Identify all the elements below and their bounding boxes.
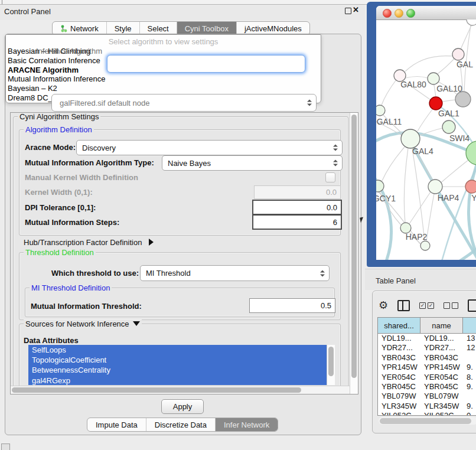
unchecked-pair-icon[interactable] [444, 302, 458, 309]
which-threshold-combo[interactable]: MI Threshold [140, 265, 330, 281]
manual-kernel-checkbox[interactable] [325, 172, 335, 182]
table-row[interactable]: YLR345WYLR345W9. [378, 402, 476, 411]
which-threshold-value: MI Threshold [146, 269, 191, 278]
screen: Control Panel ✕ NetworkStyleSelectCyni T… [0, 0, 476, 450]
combo-stepper-icon [333, 160, 337, 167]
dropdown-item[interactable]: Mutual Information Inference [6, 74, 321, 84]
settings-hscrollbar[interactable] [11, 386, 350, 394]
table-row[interactable]: YBR045CYBR045C9. [378, 382, 476, 392]
table-hscrollbar[interactable] [379, 417, 476, 425]
node-hap4[interactable] [428, 180, 442, 194]
settings-vscrollbar[interactable] [350, 113, 358, 394]
network-edge [409, 192, 431, 224]
attribute-item[interactable]: TopologicalCoefficient [28, 355, 334, 365]
tab-label: Select [148, 24, 169, 33]
dpi-tolerance-field[interactable]: 0.0 [252, 200, 342, 215]
tab-jactivemnodules[interactable]: jActiveMNodules [237, 22, 309, 35]
tab-network[interactable]: Network [53, 22, 107, 35]
checked-pair-icon[interactable]: ✓✓ [419, 302, 434, 309]
node-gal11[interactable] [376, 105, 385, 116]
table-cell: YDL19... [378, 334, 420, 343]
inference-algorithm-label: Inference Algorithm [36, 47, 102, 56]
dropdown-item[interactable]: Bayesian – K2 [6, 84, 321, 93]
table-cell: YDL19... [420, 334, 463, 343]
table-cell: 8. [463, 373, 476, 382]
table-data-combo[interactable]: galFiltered.sif default node [51, 94, 317, 112]
node-gal4[interactable] [401, 129, 420, 148]
minimized-panel-icon[interactable] [1, 444, 10, 450]
table-panel: ⚙ ✓✓ shared...nameA YDL19...YDL19...13YD… [372, 291, 476, 433]
node-bottom[interactable] [420, 241, 430, 250]
apply-button[interactable]: Apply [161, 399, 204, 414]
attributes-scrollbar[interactable] [327, 345, 335, 385]
mi-type-label: Mutual Information Algorithm Type: [25, 158, 154, 167]
column-header[interactable]: name [420, 318, 463, 333]
kernel-width-field[interactable]: 0.0 [254, 185, 341, 199]
algorithm-combo-behind[interactable] [107, 55, 305, 73]
table-cell: 9. [463, 382, 476, 392]
table-row[interactable]: YBR043CYBR043C [378, 353, 476, 363]
float-window-icon[interactable] [345, 8, 351, 14]
which-threshold-label: Which threshold to use: [51, 269, 139, 278]
node-gal11-label: GAL11 [377, 117, 402, 126]
aracne-mode-combo[interactable]: Discovery [76, 140, 343, 155]
table-row[interactable]: YPR145WYPR145W9. [378, 363, 476, 372]
node-swi4[interactable] [442, 120, 455, 133]
table-row[interactable]: YDL19...YDL19...13 [378, 334, 476, 343]
network-edge [464, 25, 471, 91]
mac-close-button[interactable] [383, 9, 392, 18]
mac-zoom-button[interactable] [406, 9, 415, 18]
gear-icon[interactable]: ⚙ [379, 300, 388, 311]
tab-impute-data[interactable]: Impute Data [87, 418, 146, 431]
attribute-item[interactable]: SelfLoops [28, 345, 334, 355]
tab-cyni-toolbox[interactable]: Cyni Toolbox [177, 22, 237, 35]
algorithm-definition-title: Algorithm Definition [24, 125, 94, 134]
attribute-item[interactable]: gal4RGexp [28, 376, 334, 385]
node-gal-pink-label: GAL [457, 60, 473, 69]
table-cell: YPR145W [378, 363, 420, 372]
table-row[interactable]: YDR27...YDR27...12 [378, 343, 476, 353]
tab-infer-network[interactable]: Infer Network [216, 418, 278, 431]
table-cell: YER054C [420, 373, 463, 382]
mi-type-combo[interactable]: Naive Bayes [162, 155, 343, 171]
tab-style[interactable]: Style [107, 22, 140, 35]
table-row[interactable]: YBL079WYBL079W [378, 392, 476, 401]
node-gal1-label: GAL1 [438, 109, 459, 118]
columns-icon[interactable] [397, 300, 410, 311]
close-icon[interactable]: ✕ [353, 5, 359, 14]
column-header[interactable]: A [463, 318, 476, 333]
table-cell: YDR27... [378, 343, 420, 353]
aracne-mode-label: Aracne Mode: [25, 143, 76, 152]
table-cell: YBR045C [420, 382, 463, 392]
attribute-item[interactable]: BetweennessCentrality [28, 365, 334, 375]
document-icon[interactable] [468, 299, 476, 312]
kernel-width-value: 0.0 [326, 188, 337, 197]
apply-button-label: Apply [173, 402, 193, 411]
network-edge [442, 100, 455, 102]
table-row[interactable]: YIL052CYIL052C0 [378, 411, 476, 415]
table-cell: YER054C [378, 373, 420, 382]
tab-select[interactable]: Select [140, 22, 177, 35]
tab-discretize-data[interactable]: Discretize Data [146, 418, 216, 431]
hub-definition-toggle[interactable]: Hub/Transcription Factor Definition [24, 238, 154, 247]
sources-group-title[interactable]: Sources for Network Inference [24, 319, 142, 328]
node-red[interactable] [429, 97, 442, 110]
mac-minimize-button[interactable] [395, 9, 403, 18]
node-gal-pink[interactable] [452, 48, 464, 60]
mi-threshold-field[interactable]: 0.5 [249, 298, 335, 313]
node-gal1[interactable] [455, 92, 471, 107]
mi-steps-label: Mutual Information Steps: [25, 218, 119, 227]
combo-stepper-icon [320, 270, 324, 276]
node-table: shared...nameA YDL19...YDL19...13YDR27..… [377, 317, 476, 416]
data-attributes-list[interactable]: SelfLoopsTopologicalCoefficientBetweenne… [28, 345, 334, 385]
node-top[interactable] [467, 19, 476, 25]
node-gal10[interactable] [428, 73, 439, 84]
network-window: GALGAL80GAL10GAL1GAL11GAL4SWI4GCY1HAP4YH… [376, 6, 476, 260]
network-window-titlebar[interactable] [376, 6, 476, 20]
mi-steps-field[interactable]: 6 [252, 214, 342, 230]
node-big-green[interactable] [466, 141, 476, 165]
column-header[interactable]: shared... [378, 318, 420, 333]
node-pink2[interactable] [465, 180, 476, 193]
network-canvas[interactable]: GALGAL80GAL10GAL1GAL11GAL4SWI4GCY1HAP4YH… [376, 19, 476, 260]
table-row[interactable]: YER054CYER054C8. [378, 373, 476, 382]
